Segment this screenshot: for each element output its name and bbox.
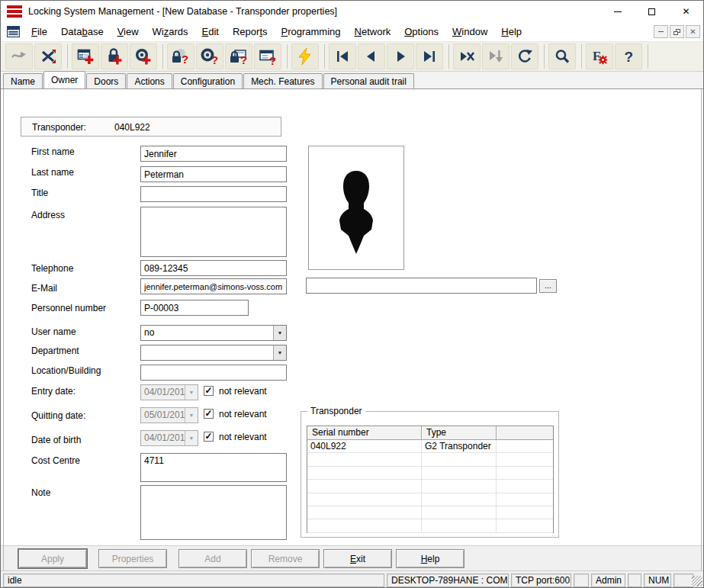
filter-icon: F — [590, 47, 609, 66]
last-record-button[interactable] — [416, 43, 443, 69]
quitting-date-dropdown-button[interactable]: ▼ — [185, 408, 198, 423]
menu-reports[interactable]: Reports — [226, 24, 275, 40]
menu-edit[interactable]: Edit — [195, 24, 226, 40]
status-user: Admin — [591, 574, 625, 587]
menu-programming[interactable]: Programming — [275, 24, 348, 40]
column-header-serial-number[interactable]: Serial number — [307, 426, 422, 440]
new-lock-button[interactable] — [101, 43, 128, 69]
telephone-label: Telephone — [31, 263, 73, 274]
email-field[interactable] — [140, 278, 287, 294]
menu-options[interactable]: Options — [397, 24, 445, 40]
browse-button[interactable]: ... — [539, 279, 557, 293]
read-card-lock-button[interactable]: ? — [225, 43, 252, 69]
cancel-button[interactable] — [453, 43, 481, 69]
menu-wizards[interactable]: Wizards — [146, 24, 195, 40]
menu-file[interactable]: File — [24, 24, 54, 40]
user-name-dropdown-button[interactable]: ▼ — [273, 326, 286, 340]
mdi-minimize-button[interactable] — [654, 25, 668, 38]
mdi-close-button[interactable]: ✕ — [686, 25, 700, 38]
tab-owner[interactable]: Owner — [43, 71, 85, 88]
tab-doors[interactable]: Doors — [86, 73, 126, 88]
new-transponder-button[interactable] — [130, 43, 157, 69]
date-of-birth-dropdown-button[interactable]: ▼ — [185, 431, 198, 445]
menu-database[interactable]: Database — [54, 24, 111, 40]
location-field[interactable] — [140, 365, 287, 381]
resize-grip[interactable] — [692, 576, 702, 586]
log-off-button[interactable] — [34, 43, 62, 69]
mdi-restore-button[interactable] — [670, 25, 684, 38]
date-of-birth-not-relevant-checkbox[interactable]: ✓ — [204, 432, 214, 442]
column-header-type[interactable]: Type — [422, 426, 497, 440]
toolbar-separator — [581, 44, 582, 69]
menu-help[interactable]: Help — [494, 24, 529, 40]
read-window-button[interactable]: ? — [254, 43, 281, 69]
first-name-label: First name — [31, 146, 75, 157]
department-select[interactable]: ▼ — [140, 345, 287, 361]
user-name-label: User name — [31, 326, 76, 337]
help-button[interactable]: ? — [615, 43, 642, 69]
menu-network[interactable]: Network — [348, 24, 398, 40]
tab-configuration[interactable]: Configuration — [173, 73, 243, 88]
exit-button[interactable]: Exit — [323, 549, 392, 568]
program-button[interactable] — [291, 43, 319, 69]
address-field[interactable] — [140, 207, 287, 257]
transponder-header-box: Transponder: 040L922 — [21, 117, 281, 137]
svg-text:?: ? — [211, 53, 218, 66]
tab-actions[interactable]: Actions — [127, 73, 172, 88]
first-record-button[interactable] — [329, 43, 356, 69]
read-transponder-button[interactable]: ? — [196, 43, 223, 69]
close-button[interactable]: ✕ — [669, 1, 703, 22]
tab-mech-features[interactable]: Mech. Features — [243, 73, 322, 88]
entry-date-dropdown-button[interactable]: ▼ — [185, 385, 198, 400]
tab-name[interactable]: Name — [3, 73, 43, 88]
apply-button[interactable]: Apply — [18, 549, 87, 568]
entry-date-picker[interactable]: 04/01/201 ▼ — [140, 384, 198, 400]
log-off-icon — [39, 47, 57, 66]
remove-button[interactable]: Remove — [251, 549, 320, 568]
check-icon: ✓ — [204, 409, 212, 418]
user-name-select[interactable]: no ▼ — [140, 325, 287, 341]
table-row[interactable]: 040L922 G2 Transponder — [307, 440, 553, 453]
status-host: DESKTOP-789HANE : COM(*) — [387, 574, 509, 587]
maximize-icon — [648, 8, 655, 15]
maximize-button[interactable] — [635, 1, 669, 22]
read-lock-button[interactable]: ? — [167, 43, 194, 69]
refresh-button[interactable] — [511, 43, 538, 69]
read-transponder-icon: ? — [200, 47, 220, 66]
quitting-date-picker[interactable]: 05/01/201 ▼ — [140, 407, 198, 423]
previous-record-button[interactable] — [358, 43, 385, 69]
menu-window[interactable]: Window — [445, 24, 494, 40]
department-dropdown-button[interactable]: ▼ — [273, 345, 286, 360]
status-num-lock: NUM — [644, 574, 671, 587]
next-record-button[interactable] — [387, 43, 414, 69]
tab-personal-audit-trail[interactable]: Personal audit trail — [323, 73, 414, 88]
document-icon[interactable] — [7, 26, 20, 37]
check-icon: ✓ — [204, 432, 212, 441]
telephone-field[interactable] — [140, 260, 287, 276]
commit-record-button[interactable] — [482, 43, 510, 69]
first-name-field[interactable] — [140, 146, 287, 162]
help-button-bottom[interactable]: Help — [396, 549, 465, 568]
column-header-blank[interactable] — [497, 426, 553, 440]
note-field[interactable] — [140, 485, 287, 540]
properties-button[interactable]: Properties — [98, 549, 167, 568]
add-button[interactable]: Add — [178, 549, 247, 568]
last-name-field[interactable] — [140, 166, 287, 182]
transponder-group: Transponder Serial number Type 040L922 G… — [301, 411, 559, 538]
personnel-number-field[interactable] — [140, 300, 249, 316]
filter-button[interactable]: F — [586, 43, 613, 69]
mdi-frame-left — [3, 89, 4, 570]
entry-date-not-relevant-checkbox[interactable]: ✓ — [204, 386, 214, 396]
title-field[interactable] — [140, 186, 287, 202]
cost-centre-field[interactable]: 4711 — [140, 453, 287, 482]
search-button[interactable] — [548, 43, 576, 69]
minimize-button[interactable] — [600, 1, 635, 22]
quitting-date-not-relevant-checkbox[interactable]: ✓ — [204, 409, 214, 419]
new-locking-system-button[interactable] — [72, 43, 99, 69]
photo-path-field[interactable] — [306, 278, 537, 294]
table-row-empty — [307, 453, 553, 466]
menu-view[interactable]: View — [111, 24, 146, 40]
log-on-button[interactable] — [5, 43, 33, 69]
date-of-birth-picker[interactable]: 04/01/201 ▼ — [140, 430, 198, 446]
user-name-value: no — [141, 326, 273, 340]
